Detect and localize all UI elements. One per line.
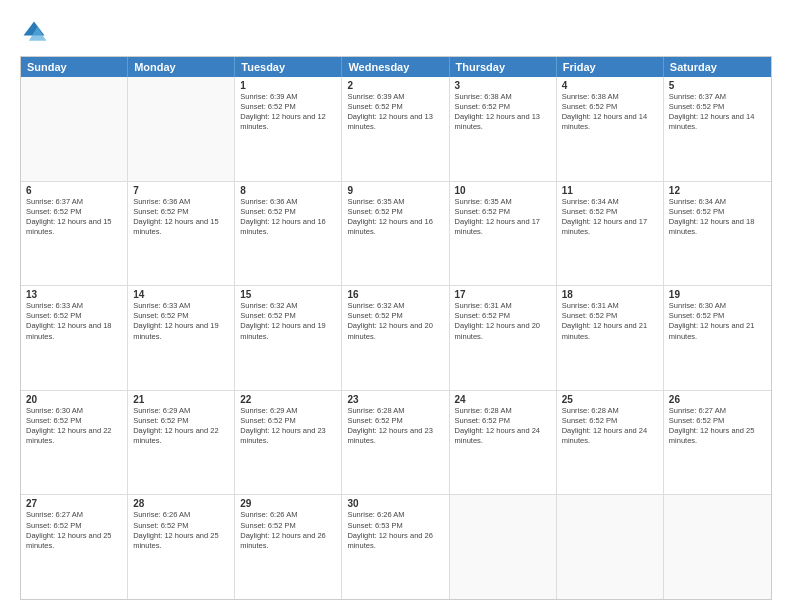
calendar-cell: 20Sunrise: 6:30 AMSunset: 6:52 PMDayligh… (21, 391, 128, 495)
calendar-cell: 22Sunrise: 6:29 AMSunset: 6:52 PMDayligh… (235, 391, 342, 495)
calendar-cell: 14Sunrise: 6:33 AMSunset: 6:52 PMDayligh… (128, 286, 235, 390)
calendar-cell: 9Sunrise: 6:35 AMSunset: 6:52 PMDaylight… (342, 182, 449, 286)
cell-info: Sunrise: 6:26 AMSunset: 6:52 PMDaylight:… (133, 510, 229, 551)
cell-info: Sunrise: 6:28 AMSunset: 6:52 PMDaylight:… (562, 406, 658, 447)
weekday-header: Saturday (664, 57, 771, 77)
day-number: 22 (240, 394, 336, 405)
calendar-row: 6Sunrise: 6:37 AMSunset: 6:52 PMDaylight… (21, 182, 771, 287)
cell-info: Sunrise: 6:33 AMSunset: 6:52 PMDaylight:… (133, 301, 229, 342)
cell-info: Sunrise: 6:29 AMSunset: 6:52 PMDaylight:… (133, 406, 229, 447)
calendar-cell: 25Sunrise: 6:28 AMSunset: 6:52 PMDayligh… (557, 391, 664, 495)
day-number: 26 (669, 394, 766, 405)
cell-info: Sunrise: 6:28 AMSunset: 6:52 PMDaylight:… (455, 406, 551, 447)
calendar-row: 27Sunrise: 6:27 AMSunset: 6:52 PMDayligh… (21, 495, 771, 599)
cell-info: Sunrise: 6:36 AMSunset: 6:52 PMDaylight:… (133, 197, 229, 238)
page: SundayMondayTuesdayWednesdayThursdayFrid… (0, 0, 792, 612)
day-number: 23 (347, 394, 443, 405)
calendar-cell: 5Sunrise: 6:37 AMSunset: 6:52 PMDaylight… (664, 77, 771, 181)
cell-info: Sunrise: 6:27 AMSunset: 6:52 PMDaylight:… (669, 406, 766, 447)
cell-info: Sunrise: 6:30 AMSunset: 6:52 PMDaylight:… (669, 301, 766, 342)
cell-info: Sunrise: 6:35 AMSunset: 6:52 PMDaylight:… (455, 197, 551, 238)
calendar-cell (664, 495, 771, 599)
cell-info: Sunrise: 6:33 AMSunset: 6:52 PMDaylight:… (26, 301, 122, 342)
weekday-header: Sunday (21, 57, 128, 77)
day-number: 6 (26, 185, 122, 196)
day-number: 17 (455, 289, 551, 300)
calendar-cell: 3Sunrise: 6:38 AMSunset: 6:52 PMDaylight… (450, 77, 557, 181)
calendar-header: SundayMondayTuesdayWednesdayThursdayFrid… (21, 57, 771, 77)
cell-info: Sunrise: 6:37 AMSunset: 6:52 PMDaylight:… (669, 92, 766, 133)
day-number: 19 (669, 289, 766, 300)
calendar-cell: 7Sunrise: 6:36 AMSunset: 6:52 PMDaylight… (128, 182, 235, 286)
calendar-cell: 23Sunrise: 6:28 AMSunset: 6:52 PMDayligh… (342, 391, 449, 495)
cell-info: Sunrise: 6:32 AMSunset: 6:52 PMDaylight:… (347, 301, 443, 342)
calendar-cell: 28Sunrise: 6:26 AMSunset: 6:52 PMDayligh… (128, 495, 235, 599)
calendar-cell: 15Sunrise: 6:32 AMSunset: 6:52 PMDayligh… (235, 286, 342, 390)
calendar-cell: 19Sunrise: 6:30 AMSunset: 6:52 PMDayligh… (664, 286, 771, 390)
calendar-cell: 21Sunrise: 6:29 AMSunset: 6:52 PMDayligh… (128, 391, 235, 495)
cell-info: Sunrise: 6:35 AMSunset: 6:52 PMDaylight:… (347, 197, 443, 238)
cell-info: Sunrise: 6:31 AMSunset: 6:52 PMDaylight:… (455, 301, 551, 342)
calendar-cell: 8Sunrise: 6:36 AMSunset: 6:52 PMDaylight… (235, 182, 342, 286)
cell-info: Sunrise: 6:26 AMSunset: 6:52 PMDaylight:… (240, 510, 336, 551)
calendar-cell: 6Sunrise: 6:37 AMSunset: 6:52 PMDaylight… (21, 182, 128, 286)
calendar-cell: 29Sunrise: 6:26 AMSunset: 6:52 PMDayligh… (235, 495, 342, 599)
calendar-cell (450, 495, 557, 599)
cell-info: Sunrise: 6:38 AMSunset: 6:52 PMDaylight:… (455, 92, 551, 133)
day-number: 12 (669, 185, 766, 196)
cell-info: Sunrise: 6:38 AMSunset: 6:52 PMDaylight:… (562, 92, 658, 133)
cell-info: Sunrise: 6:31 AMSunset: 6:52 PMDaylight:… (562, 301, 658, 342)
calendar-cell: 10Sunrise: 6:35 AMSunset: 6:52 PMDayligh… (450, 182, 557, 286)
day-number: 10 (455, 185, 551, 196)
calendar-row: 1Sunrise: 6:39 AMSunset: 6:52 PMDaylight… (21, 77, 771, 182)
day-number: 24 (455, 394, 551, 405)
calendar-cell: 26Sunrise: 6:27 AMSunset: 6:52 PMDayligh… (664, 391, 771, 495)
header (20, 18, 772, 46)
cell-info: Sunrise: 6:29 AMSunset: 6:52 PMDaylight:… (240, 406, 336, 447)
day-number: 16 (347, 289, 443, 300)
day-number: 9 (347, 185, 443, 196)
day-number: 25 (562, 394, 658, 405)
calendar-cell: 4Sunrise: 6:38 AMSunset: 6:52 PMDaylight… (557, 77, 664, 181)
day-number: 7 (133, 185, 229, 196)
calendar-cell: 11Sunrise: 6:34 AMSunset: 6:52 PMDayligh… (557, 182, 664, 286)
day-number: 20 (26, 394, 122, 405)
calendar-row: 20Sunrise: 6:30 AMSunset: 6:52 PMDayligh… (21, 391, 771, 496)
calendar-cell: 12Sunrise: 6:34 AMSunset: 6:52 PMDayligh… (664, 182, 771, 286)
day-number: 14 (133, 289, 229, 300)
cell-info: Sunrise: 6:39 AMSunset: 6:52 PMDaylight:… (347, 92, 443, 133)
calendar: SundayMondayTuesdayWednesdayThursdayFrid… (20, 56, 772, 600)
cell-info: Sunrise: 6:34 AMSunset: 6:52 PMDaylight:… (669, 197, 766, 238)
calendar-body: 1Sunrise: 6:39 AMSunset: 6:52 PMDaylight… (21, 77, 771, 599)
day-number: 15 (240, 289, 336, 300)
day-number: 18 (562, 289, 658, 300)
calendar-cell (128, 77, 235, 181)
cell-info: Sunrise: 6:30 AMSunset: 6:52 PMDaylight:… (26, 406, 122, 447)
calendar-cell: 17Sunrise: 6:31 AMSunset: 6:52 PMDayligh… (450, 286, 557, 390)
calendar-cell: 13Sunrise: 6:33 AMSunset: 6:52 PMDayligh… (21, 286, 128, 390)
cell-info: Sunrise: 6:32 AMSunset: 6:52 PMDaylight:… (240, 301, 336, 342)
weekday-header: Monday (128, 57, 235, 77)
weekday-header: Friday (557, 57, 664, 77)
day-number: 5 (669, 80, 766, 91)
day-number: 3 (455, 80, 551, 91)
day-number: 30 (347, 498, 443, 509)
weekday-header: Thursday (450, 57, 557, 77)
cell-info: Sunrise: 6:34 AMSunset: 6:52 PMDaylight:… (562, 197, 658, 238)
cell-info: Sunrise: 6:28 AMSunset: 6:52 PMDaylight:… (347, 406, 443, 447)
calendar-cell: 2Sunrise: 6:39 AMSunset: 6:52 PMDaylight… (342, 77, 449, 181)
calendar-cell: 18Sunrise: 6:31 AMSunset: 6:52 PMDayligh… (557, 286, 664, 390)
day-number: 21 (133, 394, 229, 405)
cell-info: Sunrise: 6:36 AMSunset: 6:52 PMDaylight:… (240, 197, 336, 238)
weekday-header: Tuesday (235, 57, 342, 77)
calendar-cell: 16Sunrise: 6:32 AMSunset: 6:52 PMDayligh… (342, 286, 449, 390)
day-number: 8 (240, 185, 336, 196)
cell-info: Sunrise: 6:27 AMSunset: 6:52 PMDaylight:… (26, 510, 122, 551)
weekday-header: Wednesday (342, 57, 449, 77)
calendar-cell: 1Sunrise: 6:39 AMSunset: 6:52 PMDaylight… (235, 77, 342, 181)
calendar-cell (21, 77, 128, 181)
day-number: 13 (26, 289, 122, 300)
calendar-cell (557, 495, 664, 599)
calendar-cell: 30Sunrise: 6:26 AMSunset: 6:53 PMDayligh… (342, 495, 449, 599)
day-number: 2 (347, 80, 443, 91)
